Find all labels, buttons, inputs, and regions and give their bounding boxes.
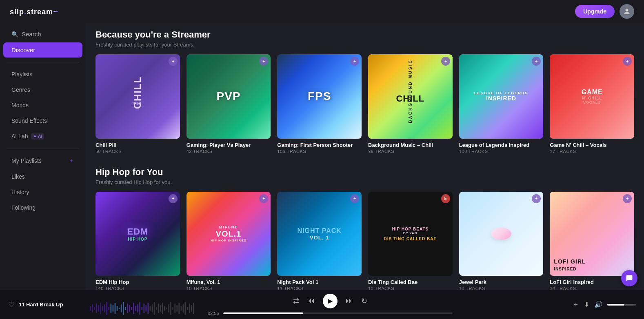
hiphop-section: Hip Hop for You Freshly curated Hip Hop …: [95, 167, 634, 290]
svg-rect-6: [100, 303, 101, 314]
svg-rect-5: [98, 305, 99, 312]
svg-rect-34: [158, 303, 159, 313]
list-item[interactable]: BACKGROUND MUSIC CHILL ✦ Background Musi…: [368, 54, 453, 154]
list-item[interactable]: ✦ Jewel Park 10 TRACKS: [459, 192, 544, 290]
svg-rect-28: [146, 305, 147, 312]
svg-rect-21: [131, 307, 132, 310]
svg-rect-31: [152, 304, 153, 312]
sidebar-item-discover[interactable]: Discover: [3, 42, 82, 58]
sidebar-item-following[interactable]: Following: [3, 200, 82, 215]
card-tracks: 11 TRACKS: [277, 286, 362, 290]
svg-rect-38: [166, 308, 167, 309]
sidebar-item-my-playlists[interactable]: My Playlists ＋: [3, 153, 82, 168]
sidebar-divider-1: [7, 62, 79, 62]
card-image: PVP: [187, 54, 271, 139]
ai-badge: ✦ AI: [31, 133, 44, 140]
svg-rect-43: [176, 305, 178, 312]
card-badge-icon: ✦: [441, 57, 450, 66]
card-badge-icon: E: [441, 194, 450, 203]
svg-rect-47: [185, 302, 186, 315]
svg-rect-44: [178, 303, 180, 314]
sidebar-item-search[interactable]: 🔍 Search: [3, 27, 82, 42]
svg-rect-48: [187, 307, 188, 310]
svg-rect-24: [137, 304, 138, 312]
sidebar-item-playlists[interactable]: Playlists: [3, 67, 82, 82]
svg-rect-8: [104, 304, 105, 312]
card-title: EDM Hip Hop: [95, 279, 180, 285]
volume-button[interactable]: 🔊: [594, 301, 602, 308]
sidebar: 🔍 Search Discover Playlists Genres Moods…: [0, 23, 86, 290]
svg-rect-4: [96, 303, 97, 313]
sidebar-item-moods[interactable]: Moods: [3, 98, 82, 113]
card-badge-icon: ✦: [623, 194, 632, 203]
svg-point-0: [626, 9, 628, 11]
list-item[interactable]: GAME N' CHILL VOCALS ✦ Game N' Chill – V…: [550, 54, 634, 154]
like-button[interactable]: ♡: [8, 300, 15, 309]
player-track-name: 11 Hard Break Up: [19, 301, 63, 308]
card-title: Gaming: Player Vs Player: [187, 142, 271, 148]
list-item[interactable]: HIP HOP BEATS BY.YAO DIS TING CALLED BAE…: [368, 192, 453, 290]
svg-rect-3: [94, 307, 95, 310]
card-tracks: 106 TRACKS: [277, 149, 362, 154]
card-title: Game N' Chill – Vocals: [550, 142, 634, 148]
svg-rect-22: [133, 303, 134, 314]
svg-rect-51: [193, 303, 194, 314]
svg-rect-32: [154, 302, 155, 315]
card-tracks: 10 TRACKS: [368, 286, 453, 290]
sidebar-item-ai-lab[interactable]: AI Lab ✦ AI: [3, 129, 82, 144]
list-item[interactable]: LEAGUE OF LEGENDS INSPIRED ✦ League of L…: [459, 54, 544, 154]
player-left: ♡ 11 Hard Break Up: [8, 300, 90, 309]
card-tracks: 100 TRACKS: [459, 149, 544, 154]
download-button[interactable]: ⬇: [584, 301, 589, 308]
card-badge-icon: ✦: [350, 194, 359, 203]
volume-slider[interactable]: [607, 304, 636, 306]
svg-rect-27: [144, 303, 145, 313]
avatar[interactable]: [620, 4, 634, 19]
card-image: FPS: [277, 54, 362, 139]
card-title: Night Pack Vol 1: [277, 279, 362, 285]
svg-rect-20: [129, 305, 130, 312]
list-item[interactable]: MIFUNE VOL.1 HIP HOP INSPIRED ✦ Mifune, …: [187, 192, 271, 290]
svg-rect-36: [162, 303, 163, 314]
list-item[interactable]: NIGHT PACK VOL. 1 ✦ Night Pack Vol 1 11 …: [277, 192, 362, 290]
card-title: Dis Ting Called Bae: [368, 279, 453, 285]
svg-rect-40: [170, 302, 171, 315]
svg-rect-26: [141, 307, 142, 310]
svg-rect-14: [117, 306, 118, 311]
streamer-section-title: Because you're a Streamer: [95, 29, 634, 40]
card-image: MIFUNE VOL.1 HIP HOP INSPIRED: [187, 192, 271, 276]
card-tracks: 42 TRACKS: [187, 149, 271, 154]
svg-rect-25: [139, 302, 140, 315]
svg-rect-49: [189, 303, 190, 313]
chat-button[interactable]: [621, 270, 637, 286]
card-tracks: 10 TRACKS: [187, 286, 271, 290]
card-badge-icon: ✦: [532, 194, 541, 203]
list-item[interactable]: CHILL PILL ✦ Chill Pill 50 TRACKS: [95, 54, 180, 154]
svg-rect-45: [181, 306, 182, 311]
card-title: Background Music – Chill: [368, 142, 453, 148]
card-title: Gaming: First Person Shooter: [277, 142, 362, 148]
sidebar-item-sound-effects[interactable]: Sound Effects: [3, 113, 82, 128]
add-to-playlist-button[interactable]: ＋: [573, 300, 579, 309]
svg-rect-2: [92, 304, 93, 312]
search-icon: 🔍: [11, 31, 18, 38]
list-item[interactable]: FPS ✦ Gaming: First Person Shooter 106 T…: [277, 54, 362, 154]
list-item[interactable]: PVP ✦ Gaming: Player Vs Player 42 TRACKS: [187, 54, 271, 154]
card-image: CHILL PILL: [95, 54, 180, 139]
svg-rect-19: [127, 303, 128, 313]
sidebar-item-likes[interactable]: Likes: [3, 169, 82, 184]
card-image: LOFI GIRLINSPIRED: [550, 192, 634, 276]
topbar: slip.stream~ Upgrade: [0, 0, 644, 23]
svg-rect-9: [106, 302, 107, 315]
card-tracks: 140 TRACKS: [95, 286, 180, 290]
card-badge-icon: ✦: [169, 194, 178, 203]
upgrade-button[interactable]: Upgrade: [575, 5, 615, 18]
add-playlist-icon[interactable]: ＋: [69, 157, 74, 164]
sidebar-item-history[interactable]: History: [3, 185, 82, 199]
list-item[interactable]: EDM Hip Hop ✦ EDM Hip Hop 140 TRACKS: [95, 192, 180, 290]
card-image: BACKGROUND MUSIC CHILL: [368, 54, 453, 139]
svg-rect-41: [172, 307, 173, 310]
player-center: ⇄ ⏮ ▶ ⏭ ↻ 02:56: [96, 294, 564, 316]
svg-rect-23: [135, 306, 136, 311]
sidebar-item-genres[interactable]: Genres: [3, 82, 82, 97]
